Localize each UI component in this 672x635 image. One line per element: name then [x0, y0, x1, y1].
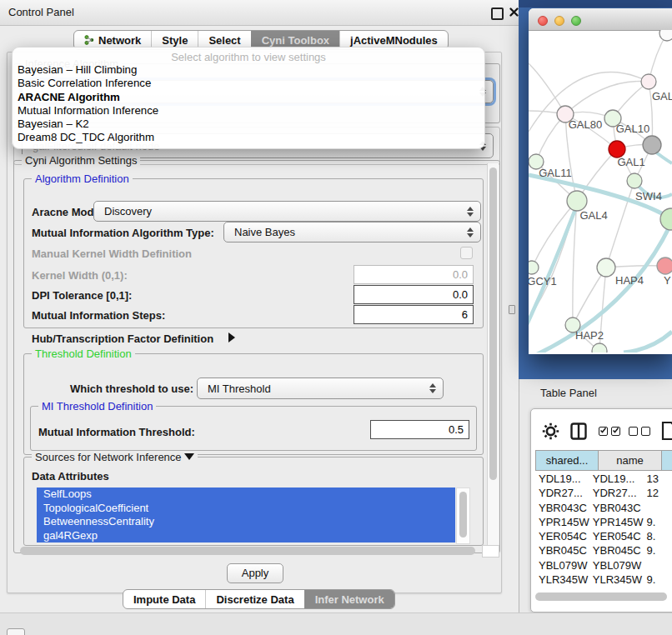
attribute-item[interactable]: gal4RGexp: [37, 529, 455, 543]
table-cell: 9.: [644, 515, 672, 529]
settings-scrollbar-thumb[interactable]: [489, 168, 497, 480]
network-node-gal-top[interactable]: [641, 74, 656, 89]
network-node-gal1-red[interactable]: [609, 141, 625, 158]
control-panel-title: Control Panel: [8, 0, 74, 25]
table-row[interactable]: YLR345WYLR345W9.: [535, 572, 672, 587]
table-cell: [644, 501, 672, 515]
table-cell: YLR345W: [535, 572, 589, 587]
mi-steps-field[interactable]: [354, 305, 474, 324]
table-hscrollbar[interactable]: [534, 592, 670, 602]
manual-kernel-checkbox[interactable]: [460, 247, 473, 259]
algorithm-option[interactable]: ARACNE Algorithm: [13, 91, 484, 104]
select-all-columns-icon[interactable]: [599, 427, 620, 436]
mi-type-combo[interactable]: Naive Bayes: [223, 222, 481, 242]
tab-label: jActiveMNodules: [350, 34, 438, 47]
collapse-down-icon[interactable]: [184, 453, 194, 460]
network-node-bottom-g[interactable]: [592, 343, 607, 352]
tab-label: Style: [162, 34, 188, 47]
mi-type-label: Mutual Information Algorithm Type:: [32, 227, 214, 239]
node-label: SWI4: [635, 190, 662, 202]
table-rows[interactable]: YDL19...YDL19...13YDR27...YDR27...12YBR0…: [535, 472, 672, 589]
which-threshold-combo[interactable]: MI Threshold: [197, 378, 444, 399]
table-cell: YIL052C: [589, 587, 644, 589]
which-threshold-label: Which threshold to use:: [70, 382, 193, 395]
dpi-tolerance-field[interactable]: [354, 285, 474, 304]
network-node-gcy1[interactable]: [529, 261, 539, 274]
attribute-list-scrollbar-thumb[interactable]: [459, 492, 467, 538]
settings-hscrollbar[interactable]: [18, 546, 482, 556]
node-label: GAL4: [579, 209, 607, 222]
manual-kernel-label: Manual Kernel Width Definition: [32, 248, 192, 260]
table-row[interactable]: YBR043CYBR043C: [535, 501, 672, 515]
table-row[interactable]: YBL079WYBL079W: [535, 558, 672, 572]
algorithm-option[interactable]: Bayesian – K2: [13, 118, 484, 131]
screen: Control Panel NetworkStyleSelectCyni Too…: [0, 0, 672, 635]
aracne-mode-value: Discovery: [104, 205, 152, 218]
kernel-width-field[interactable]: [354, 265, 474, 284]
apply-button[interactable]: Apply: [227, 563, 283, 583]
table-cell: 9.: [644, 543, 672, 558]
network-graph: GALGAL80GAL10GAL1GAL11SWI4GAL4GCY1HAP4YH…: [529, 30, 672, 352]
column-header[interactable]: A: [662, 450, 672, 471]
table-row[interactable]: YDR27...YDR27...12: [535, 486, 672, 500]
mi-steps-label: Mutual Information Steps:: [32, 309, 165, 322]
network-node-top-node[interactable]: [659, 30, 672, 41]
close-traffic-icon[interactable]: [538, 16, 548, 26]
which-threshold-value: MI Threshold: [208, 382, 271, 395]
network-node-hap4[interactable]: [597, 258, 615, 277]
column-header[interactable]: shared...: [535, 450, 599, 471]
table-row[interactable]: YPR145WYPR145W9.: [535, 515, 672, 529]
bottom-tab-infer-network[interactable]: Infer Network: [304, 590, 394, 608]
bottom-tab-label: Discretize Data: [216, 593, 293, 606]
desktop-top-band: [519, 0, 672, 8]
algorithm-option[interactable]: Bayesian – Hill Climbing: [13, 63, 484, 77]
bottom-tab-bar: Impute DataDiscretize DataInfer Network: [123, 589, 395, 609]
column-header[interactable]: name: [599, 450, 662, 471]
settings-scrollbar[interactable]: [487, 163, 499, 548]
kernel-width-label: Kernel Width (0,1):: [32, 269, 128, 282]
table-row[interactable]: YIL052CYIL052C9: [535, 587, 672, 589]
attribute-item[interactable]: BetweennessCentrality: [37, 515, 455, 529]
table-row[interactable]: YBR045CYBR045C9.: [535, 543, 672, 558]
float-window-icon[interactable]: [491, 8, 504, 20]
network-node-swi4-nb[interactable]: [627, 173, 642, 188]
column-browser-icon[interactable]: [570, 422, 587, 440]
network-window-titlebar[interactable]: [529, 8, 672, 31]
expand-right-icon[interactable]: [228, 332, 235, 342]
settings-hscrollbar-thumb[interactable]: [20, 547, 475, 555]
bottom-tab-discretize-data[interactable]: Discretize Data: [205, 590, 303, 608]
algorithm-popup: Select algorithm to view settings Bayesi…: [12, 47, 485, 149]
deselect-all-columns-icon[interactable]: [629, 427, 650, 436]
table-hscrollbar-thumb[interactable]: [535, 592, 667, 601]
bottom-tab-impute-data[interactable]: Impute Data: [123, 590, 205, 608]
gear-icon[interactable]: [542, 422, 559, 440]
zoom-traffic-icon[interactable]: [571, 16, 581, 26]
network-canvas[interactable]: GALGAL80GAL10GAL1GAL11SWI4GAL4GCY1HAP4YH…: [529, 30, 672, 352]
attribute-list-scrollbar[interactable]: [456, 488, 470, 544]
algorithm-option[interactable]: Dream8 DC_TDC Algorithm: [13, 131, 484, 144]
attribute-item[interactable]: TopologicalCoefficient: [37, 502, 455, 516]
table-cell: YLR345W: [589, 572, 644, 587]
table-row[interactable]: YER054CYER054C8.: [535, 529, 672, 543]
hub-definition-label[interactable]: Hub/Transcription Factor Definition: [32, 332, 213, 345]
data-attributes-list[interactable]: SelfLoopsTopologicalCoefficientBetweenne…: [37, 488, 455, 542]
aracne-mode-combo[interactable]: Discovery: [93, 201, 481, 222]
new-table-icon[interactable]: [661, 421, 672, 441]
network-edge: [624, 332, 672, 352]
sources-title[interactable]: Sources for Network Inference: [32, 451, 198, 463]
mi-threshold-label: Mutual Information Threshold:: [38, 426, 195, 438]
network-edge: [573, 268, 606, 325]
algorithm-option[interactable]: Basic Correlation Inference: [13, 77, 484, 90]
network-node-gal4[interactable]: [567, 191, 587, 211]
combo-stepper-icon: [429, 383, 436, 393]
restore-panel-button[interactable]: [7, 628, 25, 635]
algorithm-option[interactable]: Mutual Information Inference: [13, 104, 484, 118]
split-divider-grip[interactable]: [509, 305, 515, 314]
attribute-item[interactable]: SelfLoops: [37, 488, 455, 502]
network-node-pink-node[interactable]: [657, 258, 672, 274]
table-row[interactable]: YDL19...YDL19...13: [535, 472, 672, 486]
network-node-gray-node[interactable]: [643, 136, 661, 154]
mi-threshold-field[interactable]: [370, 420, 469, 439]
minimize-traffic-icon[interactable]: [554, 16, 564, 26]
table-cell: [644, 558, 672, 572]
